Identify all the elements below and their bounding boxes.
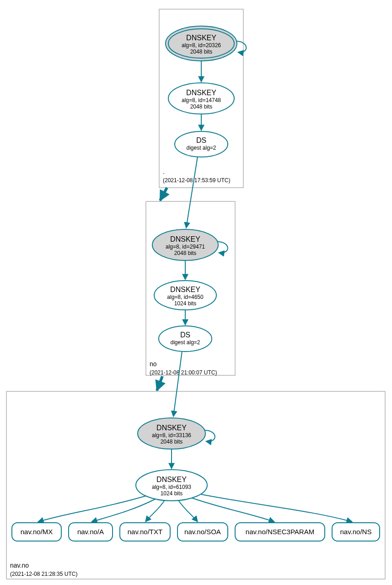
svg-text:nav.no/SOA: nav.no/SOA <box>184 528 221 536</box>
edge-delegation-no-to-navno <box>157 376 162 390</box>
leaf-soa: nav.no/SOA <box>177 523 228 541</box>
svg-text:alg=8, id=33136: alg=8, id=33136 <box>152 432 191 439</box>
svg-text:DNSKEY: DNSKEY <box>156 476 187 483</box>
edge-zsk-to-mx <box>38 496 146 522</box>
svg-text:DS: DS <box>180 331 190 339</box>
svg-text:1024 bits: 1024 bits <box>161 490 183 497</box>
edge-no-ksk-self <box>217 242 228 253</box>
svg-text:DNSKEY: DNSKEY <box>186 34 216 42</box>
svg-text:alg=8, id=61093: alg=8, id=61093 <box>152 484 191 490</box>
node-no-ds: DS digest alg=2 <box>159 326 212 352</box>
leaf-txt: nav.no/TXT <box>120 523 170 541</box>
edge-zsk-to-soa <box>178 500 198 522</box>
svg-text:1024 bits: 1024 bits <box>174 300 197 307</box>
svg-point-9 <box>175 131 228 157</box>
edge-zsk-to-nsec3param <box>192 498 274 522</box>
node-navno-zsk: DNSKEY alg=8, id=61093 1024 bits <box>136 470 207 501</box>
zone-time-navno: (2021-12-08 21:28:35 UTC) <box>10 571 77 577</box>
svg-text:DS: DS <box>196 136 206 144</box>
zone-label-root: . <box>163 168 165 175</box>
node-root-ds: DS digest alg=2 <box>175 131 228 157</box>
leaf-mx: nav.no/MX <box>12 523 61 541</box>
dnssec-chain-diagram: . (2021-12-08 17:53:59 UTC) DNSKEY alg=8… <box>0 0 392 585</box>
edge-no-ds-to-navno-ksk <box>173 351 182 417</box>
svg-text:2048 bits: 2048 bits <box>161 439 183 445</box>
svg-text:digest alg=2: digest alg=2 <box>170 339 200 346</box>
svg-text:DNSKEY: DNSKEY <box>156 424 187 432</box>
node-navno-ksk: DNSKEY alg=8, id=33136 2048 bits <box>138 418 205 449</box>
edge-root-ksk-self <box>236 41 246 52</box>
svg-text:nav.no/MX: nav.no/MX <box>21 528 53 536</box>
svg-text:alg=8, id=14748: alg=8, id=14748 <box>182 97 221 103</box>
svg-text:DNSKEY: DNSKEY <box>186 89 216 97</box>
svg-text:nav.no/NS: nav.no/NS <box>340 528 372 536</box>
leaf-ns: nav.no/NS <box>332 523 380 541</box>
svg-text:2048 bits: 2048 bits <box>190 103 213 110</box>
edge-delegation-root-to-no <box>160 188 167 200</box>
zone-time-no: (2021-12-08 21:00:07 UTC) <box>150 369 217 376</box>
svg-text:digest alg=2: digest alg=2 <box>186 145 216 151</box>
svg-point-20 <box>159 326 212 352</box>
svg-text:2048 bits: 2048 bits <box>174 250 197 256</box>
svg-text:alg=8, id=20326: alg=8, id=20326 <box>182 42 221 49</box>
svg-text:alg=8, id=29471: alg=8, id=29471 <box>166 244 205 250</box>
svg-text:alg=8, id=4650: alg=8, id=4650 <box>167 294 204 300</box>
svg-text:2048 bits: 2048 bits <box>190 49 213 55</box>
edge-zsk-to-txt <box>145 500 165 522</box>
svg-text:DNSKEY: DNSKEY <box>170 286 200 293</box>
svg-text:nav.no/A: nav.no/A <box>77 528 104 536</box>
zone-label-no: no <box>150 360 157 368</box>
node-no-zsk: DNSKEY alg=8, id=4650 1024 bits <box>154 281 216 310</box>
edge-root-ds-to-no-ksk <box>186 157 198 228</box>
node-root-zsk: DNSKEY alg=8, id=14748 2048 bits <box>168 83 234 114</box>
leaf-nsec3param: nav.no/NSEC3PARAM <box>235 523 325 541</box>
zone-label-navno: nav.no <box>10 562 29 569</box>
svg-text:DNSKEY: DNSKEY <box>170 235 200 243</box>
node-no-ksk: DNSKEY alg=8, id=29471 2048 bits <box>152 229 218 260</box>
svg-text:nav.no/NSEC3PARAM: nav.no/NSEC3PARAM <box>246 528 314 536</box>
zone-time-root: (2021-12-08 17:53:59 UTC) <box>163 177 230 184</box>
svg-text:nav.no/TXT: nav.no/TXT <box>128 528 162 536</box>
leaf-a: nav.no/A <box>69 523 113 541</box>
node-root-ksk: DNSKEY alg=8, id=20326 2048 bits <box>166 26 237 61</box>
edge-navno-ksk-self <box>204 430 215 441</box>
